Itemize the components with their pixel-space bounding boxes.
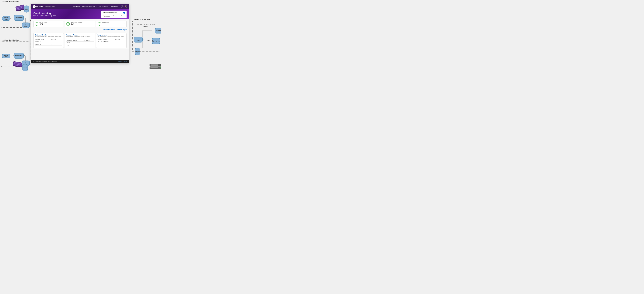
svg-rect-20	[16, 5, 25, 11]
svg-rect-47	[16, 66, 16, 67]
svg-rect-42	[14, 62, 21, 64]
fw-version-1: 13.4.3	[66, 41, 83, 44]
app-window: E ENTRUST nShield KeySafe 5 Dashboard Ha…	[31, 4, 129, 63]
navbar-app-title: nShield KeySafe 5	[45, 6, 55, 7]
svg-line-0	[10, 18, 14, 18]
fw-row-1: 13.4.3 1	[66, 41, 94, 44]
svg-rect-46	[15, 66, 16, 67]
right-host-box: nShield Host Machine	[132, 21, 160, 52]
host-check-icon: ✓	[66, 22, 70, 26]
view-ops-link[interactable]: VIEW OUTSTANDING OPERATIONS	[103, 29, 124, 30]
svg-point-32	[24, 10, 29, 12]
top-left-host-box: nShield Host Machine	[1, 3, 30, 28]
client-app-node-top: Client App	[2, 16, 10, 21]
svg-rect-62	[150, 67, 161, 69]
hw-row-2: nShield 5s 1	[35, 43, 62, 45]
svg-point-28	[24, 6, 29, 8]
hsm-check-icon: ✓	[35, 22, 38, 26]
fw-machines-1: 1	[83, 41, 94, 44]
svg-text:KMDATA: KMDATA	[135, 51, 140, 52]
footer-build-info[interactable]: Build Information	[118, 61, 126, 62]
navbar: E ENTRUST nShield KeySafe 5 Dashboard Ha…	[31, 4, 129, 9]
hw-col-product: PRODUCT NAME	[35, 38, 50, 40]
svg-rect-56	[135, 49, 140, 54]
img-col-version: IMAGE VERSION	[98, 38, 114, 40]
pools-stat-content: Healthy Pools 1/1	[102, 22, 123, 26]
img-version-1: 13.6.0-43-c1f8bb2a	[98, 40, 114, 43]
svg-point-59	[135, 53, 140, 55]
img-version-title: Image Version	[98, 34, 125, 36]
firmware-version-card: Firmware Version The distribution of HSM…	[65, 33, 95, 48]
navbar-brand: ENTRUST	[36, 6, 43, 7]
notifications-icon[interactable]: 🔔	[124, 5, 127, 8]
nav-codesafe[interactable]: CodeSafe 5 ∨	[110, 6, 118, 7]
host-arrow-icon: ›	[93, 23, 94, 25]
keysafe-node-bottom: KeySafe 5Agent	[22, 60, 30, 66]
stat-hsm[interactable]: ✓ Healthy HSMs 2/2 ›	[34, 21, 64, 27]
svg-point-49	[22, 64, 28, 67]
hardserver-node-right: Hardserver	[152, 38, 160, 44]
hw-product-2: nShield 5s	[35, 43, 50, 45]
fw-col-version: FIRMWARE VERSION	[66, 39, 83, 41]
stats-row: ✓ Healthy HSMs 2/2 › ✓ Healthy Host Mach…	[31, 19, 129, 29]
svg-rect-29	[24, 7, 29, 11]
svg-rect-66	[150, 67, 158, 68]
pools-check-icon: ✓	[98, 22, 101, 26]
img-version-table: IMAGE VERSION MACHINES # 13.6.0-43-c1f8b…	[98, 38, 125, 43]
keysafe-node-top: KeySafe 5Agent	[22, 22, 30, 28]
kmdata-cylinder-top: KMDATA	[23, 5, 30, 13]
hardserver-node-bottom: Hardserver	[14, 53, 24, 59]
svg-point-63	[160, 65, 161, 65]
fw-version-title: Firmware Version	[66, 34, 94, 36]
hsm-arrow-icon: ›	[62, 23, 62, 25]
svg-line-4	[10, 56, 14, 56]
client-app-node-bottom: Client App	[2, 54, 10, 58]
nav-dashboard[interactable]: Dashboard	[73, 6, 80, 7]
help-icon[interactable]: ?	[121, 5, 124, 8]
svg-rect-48	[16, 66, 17, 67]
hsm-value: 2/2	[40, 23, 60, 26]
view-ops-row: VIEW OUTSTANDING OPERATIONS +	[31, 29, 129, 32]
host-value: 1/1	[71, 23, 92, 26]
hw-product-1: nShield 5c	[35, 40, 50, 43]
ops-badge: 0	[123, 12, 125, 14]
hero-banner: Good morning Welcome back to nShield Key…	[31, 9, 129, 19]
img-machines-1: 1	[114, 40, 125, 43]
svg-rect-27	[20, 9, 21, 11]
svg-point-64	[160, 67, 161, 68]
kmdata-cylinder-bottom: KMDATA	[22, 64, 28, 71]
right-host-label: nShield Host Machine	[134, 18, 150, 20]
footer-copyright: © 2024 Entrust Corporation. All rights r…	[34, 61, 57, 62]
wsop-node: WSOP	[155, 28, 161, 33]
svg-rect-44	[14, 64, 18, 66]
svg-rect-22	[17, 7, 22, 9]
svg-rect-26	[19, 10, 20, 11]
stat-host[interactable]: ✓ Healthy Host Machines 1/1 ›	[65, 21, 95, 27]
svg-rect-21	[16, 5, 24, 8]
svg-text:KMDATA: KMDATA	[23, 67, 28, 69]
stat-pools[interactable]: ✓ Healthy Pools 1/1 ›	[96, 21, 126, 27]
warning-icon: ⚠	[102, 14, 104, 16]
app-footer: © 2024 Entrust Corporation. All rights r…	[31, 60, 129, 63]
bottom-left-host-label: nShield Host Machine	[2, 39, 18, 41]
view-ops-add-icon[interactable]: +	[124, 29, 126, 31]
pools-arrow-icon: ›	[124, 23, 125, 25]
svg-rect-61	[150, 64, 161, 66]
pools-value: 1/1	[102, 23, 123, 26]
navbar-icons: ? 🔔	[121, 5, 127, 8]
pcie-card-bottom	[12, 61, 23, 68]
svg-rect-43	[14, 63, 20, 65]
svg-point-53	[22, 69, 28, 71]
nav-security[interactable]: Security Worlds	[99, 6, 108, 7]
img-version-desc: The distribution of HSMs in your estate …	[98, 36, 125, 37]
nav-hardware[interactable]: Hardware Management ∨	[82, 6, 97, 7]
fw-version-desc: The distribution of HSMs in your estate …	[66, 36, 94, 39]
pcie-card-top	[15, 4, 26, 11]
fw-machines-2: 1	[83, 44, 94, 47]
host-stat-content: Healthy Host Machines 1/1	[71, 22, 92, 26]
svg-rect-25	[18, 10, 19, 11]
hardserver-node-top: Hardserver	[14, 15, 24, 21]
hw-modules-desc: The distribution of HSMs in your estate …	[35, 36, 62, 37]
svg-rect-41	[13, 61, 22, 67]
fw-col-machines: MACHINES #	[83, 39, 94, 41]
